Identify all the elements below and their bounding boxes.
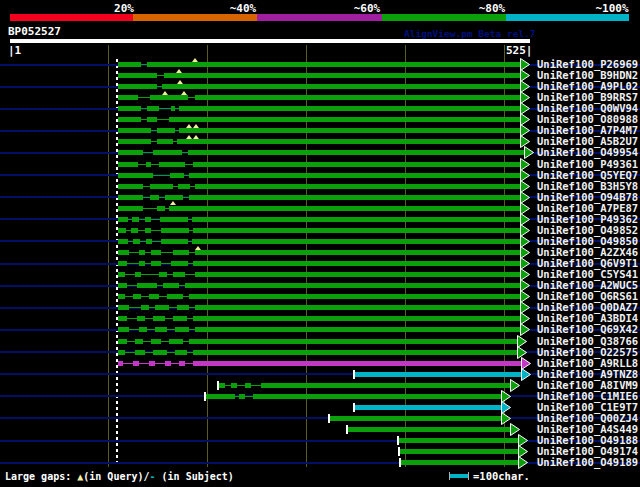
alignment-bar-segment[interactable] [177,305,189,310]
alignment-bar-segment[interactable] [189,294,520,299]
alignment-bar-segment[interactable] [118,95,138,100]
alignment-bar-segment[interactable] [118,73,157,78]
alignment-bar-segment[interactable] [118,195,143,200]
alignment-bar-segment[interactable] [193,162,520,167]
alignment-bar-segment[interactable] [206,394,235,399]
alignment-bar-segment[interactable] [147,117,157,122]
alignment-bar-segment[interactable] [171,106,175,111]
alignment-bar-segment[interactable] [192,239,520,244]
alignment-bar-segment[interactable] [193,350,517,355]
hit-accession-label[interactable]: UniRef100_Q69X42 [537,324,638,335]
alignment-bar-segment[interactable] [179,106,520,111]
alignment-bar-segment[interactable] [178,184,190,189]
alignment-bar-segment[interactable] [157,139,173,144]
alignment-bar-segment[interactable] [195,305,520,310]
alignment-bar-segment[interactable] [118,239,128,244]
alignment-bar-segment[interactable] [147,62,520,67]
alignment-bar-segment[interactable] [145,217,151,222]
alignment-bar-segment[interactable] [400,449,518,454]
alignment-bar-segment[interactable] [165,195,183,200]
alignment-bar-segment[interactable] [253,394,501,399]
alignment-bar-segment[interactable] [161,239,188,244]
alignment-bar-segment[interactable] [141,305,149,310]
alignment-bar-segment[interactable] [118,305,129,310]
alignment-bar-segment[interactable] [330,416,501,421]
alignment-bar-segment[interactable] [189,195,520,200]
alignment-bar-segment[interactable] [135,350,145,355]
alignment-bar-segment[interactable] [118,139,151,144]
alignment-bar-segment[interactable] [149,294,159,299]
alignment-bar-segment[interactable] [118,173,153,178]
alignment-bar-segment[interactable] [169,206,520,211]
alignment-bar-segment[interactable] [118,206,143,211]
alignment-bar-segment[interactable] [146,239,152,244]
alignment-bar-segment[interactable] [161,228,189,233]
alignment-bar-segment[interactable] [151,339,161,344]
alignment-bar-segment[interactable] [149,361,155,366]
alignment-bar-segment[interactable] [219,383,225,388]
alignment-bar-segment[interactable] [157,206,165,211]
alignment-bar-segment[interactable] [147,106,159,111]
alignment-bar-segment[interactable] [118,316,127,321]
alignment-bar-segment[interactable] [164,73,520,78]
alignment-bar-segment[interactable] [193,316,520,321]
alignment-bar-segment[interactable] [146,162,151,167]
alignment-bar-segment[interactable] [175,327,189,332]
alignment-bar-segment[interactable] [118,62,141,67]
alignment-bar-segment[interactable] [170,173,184,178]
alignment-bar-segment[interactable] [192,217,520,222]
alignment-bar-segment[interactable] [133,361,139,366]
alignment-bar-segment[interactable] [173,272,185,277]
hit-accession-label[interactable]: UniRef100_Q5YEQ7 [537,170,638,181]
alignment-bar-segment[interactable] [159,162,185,167]
alignment-bar-segment[interactable] [155,305,169,310]
alignment-bar-segment[interactable] [239,394,245,399]
alignment-bar-segment[interactable] [185,283,520,288]
alignment-bar-segment[interactable] [118,117,141,122]
alignment-bar-segment[interactable] [195,327,520,332]
alignment-bar-segment[interactable] [118,250,129,255]
alignment-bar-segment[interactable] [118,228,126,233]
alignment-bar-segment[interactable] [159,272,167,277]
alignment-bar-segment[interactable] [167,294,183,299]
alignment-bar-segment[interactable] [162,84,520,89]
alignment-bar-segment[interactable] [135,339,143,344]
alignment-bar-segment[interactable] [245,383,251,388]
alignment-bar-segment[interactable] [195,272,520,277]
alignment-bar-segment[interactable] [139,261,145,266]
alignment-bar-segment[interactable] [189,173,520,178]
hit-accession-label[interactable]: UniRef100_O49954 [537,147,638,158]
alignment-bar-segment[interactable] [153,150,182,155]
alignment-bar-segment[interactable] [150,184,173,189]
alignment-bar-segment[interactable] [348,427,510,432]
alignment-bar-segment[interactable] [135,272,141,277]
alignment-bar-segment[interactable] [118,339,127,344]
alignment-bar-segment[interactable] [137,283,157,288]
alignment-bar-segment[interactable] [401,460,518,465]
alignment-bar-segment[interactable] [179,128,520,133]
alignment-bar-segment[interactable] [139,250,145,255]
alignment-bar-segment[interactable] [165,361,171,366]
alignment-bar-segment[interactable] [160,217,188,222]
alignment-bar-segment[interactable] [169,117,520,122]
alignment-bar-segment[interactable] [118,261,127,266]
alignment-bar-segment[interactable] [169,339,183,344]
alignment-bar-segment[interactable] [118,283,127,288]
alignment-bar-segment[interactable] [155,327,167,332]
alignment-bar-segment[interactable] [118,350,125,355]
alignment-bar-segment[interactable] [175,350,187,355]
alignment-bar-segment[interactable] [118,294,125,299]
alignment-bar-segment[interactable] [118,217,128,222]
alignment-bar-segment[interactable] [145,228,151,233]
alignment-bar-segment[interactable] [118,150,143,155]
hit-accession-label[interactable]: UniRef100_B3H5Y8 [537,181,638,192]
alignment-bar-segment[interactable] [195,250,520,255]
alignment-bar-segment[interactable] [139,327,147,332]
alignment-bar-segment[interactable] [157,128,175,133]
alignment-bar-segment[interactable] [118,106,141,111]
alignment-bar-segment[interactable] [355,372,521,377]
alignment-bar-segment[interactable] [399,438,518,443]
alignment-bar-segment[interactable] [118,184,143,189]
alignment-bar-segment[interactable] [118,84,157,89]
alignment-bar-segment[interactable] [163,283,179,288]
